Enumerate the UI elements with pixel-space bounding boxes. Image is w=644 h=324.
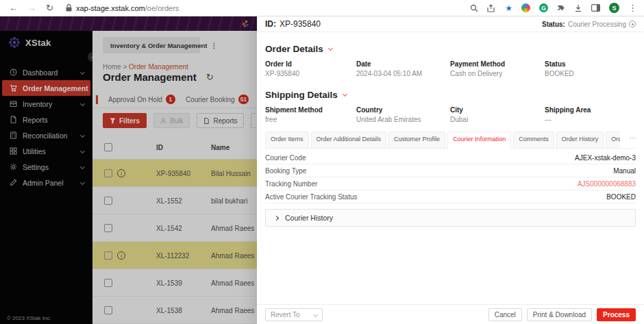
status-value: Courier Processing (568, 21, 626, 28)
field-value: --- (545, 116, 636, 123)
status-info-icon[interactable] (629, 21, 636, 27)
courier-info-row: Courier Code AJEX-xstak-demo-3 (265, 151, 636, 164)
courier-info-row: Active Courier Tracking Status BOOKED (265, 190, 636, 203)
drawer-tab-bar: Order Items Order Additional Details Cus… (265, 132, 636, 149)
tab-order-history[interactable]: Order History (556, 132, 604, 148)
order-details-section-title[interactable]: Order Details (265, 44, 332, 54)
field-label: Shipment Method (265, 106, 356, 114)
tab-courier-information[interactable]: Courier Information (447, 132, 511, 149)
cancel-button[interactable]: Cancel (488, 308, 522, 321)
order-detail-drawer: ID: XP-935840 Status: Courier Processing… (257, 16, 644, 324)
print-download-button[interactable]: Print & Download (527, 308, 592, 321)
field-value: BOOKED (545, 70, 636, 77)
process-button[interactable]: Process (597, 308, 636, 321)
field-value: Cash on Delivery (450, 70, 545, 77)
revert-to-select[interactable]: Revert To (265, 308, 323, 321)
side-panel-icon[interactable] (591, 4, 600, 12)
field-label: Status (545, 60, 636, 68)
more-tabs-icon[interactable]: ··· (629, 134, 636, 142)
kv-label: Booking Type (265, 167, 306, 175)
tab-order-additional-details[interactable]: Order Additional Details (311, 132, 387, 148)
browser-toolbar: ← → ↻ xap-stage.xstak.com/oe/orders ★ G (0, 0, 644, 16)
field-value: XP-935840 (265, 70, 356, 77)
tab-order-tags[interactable]: Order Tags (606, 132, 620, 148)
chevron-down-icon (343, 91, 347, 96)
kv-value: BOOKED (606, 193, 636, 201)
download-icon[interactable] (574, 4, 582, 12)
drawer-footer: Revert To Cancel Print & Download Proces… (257, 304, 644, 324)
field-value: Dubai (450, 116, 545, 123)
order-id-value: XP-935840 (280, 19, 321, 29)
reload-icon[interactable]: ↻ (46, 3, 53, 13)
shipping-details-section-title[interactable]: Shipping Details (265, 90, 347, 100)
url-path: /oe/orders (145, 4, 179, 12)
lock-icon (66, 4, 72, 12)
field-value: 2024-03-04 05:10 AM (356, 70, 450, 77)
chevron-down-icon (313, 312, 318, 316)
tab-customer-profile[interactable]: Customer Profile (388, 132, 445, 148)
share-icon[interactable] (487, 4, 496, 12)
profile-avatar[interactable]: S (609, 3, 619, 13)
drawer-backdrop[interactable] (0, 16, 257, 324)
grammarly-icon[interactable]: G (539, 3, 548, 12)
status-label: Status: (542, 21, 565, 28)
tab-order-items[interactable]: Order Items (265, 132, 309, 148)
kv-value: Manual (613, 167, 636, 175)
field-label: Shipping Area (545, 106, 636, 114)
kv-label: Courier Code (265, 154, 306, 162)
chevron-right-icon (274, 215, 279, 220)
address-bar[interactable]: xap-stage.xstak.com/oe/orders (66, 4, 179, 12)
chevron-down-icon (328, 45, 333, 50)
order-status: Status: Courier Processing (542, 21, 636, 28)
shipping-details-fields: Shipment Methodfree CountryUnited Arab E… (265, 106, 636, 123)
field-label: Order Id (265, 60, 356, 68)
field-label: Date (356, 60, 450, 68)
courier-info-row: Tracking Number AJS000000068883 (265, 177, 636, 190)
field-label: Country (356, 106, 450, 114)
courier-history-collapse[interactable]: Courier History (265, 209, 636, 227)
url-domain: xap-stage.xstak.com (76, 4, 145, 12)
courier-information-panel: Courier Code AJEX-xstak-demo-3 Booking T… (265, 151, 636, 203)
order-details-fields: Order IdXP-935840 Date2024-03-04 05:10 A… (265, 60, 636, 77)
tab-comments[interactable]: Comments (513, 132, 554, 148)
order-id-label: ID: (265, 19, 276, 29)
tracking-number-link[interactable]: AJS000000068883 (578, 180, 636, 188)
back-icon[interactable]: ← (9, 3, 18, 13)
field-value: free (265, 116, 356, 123)
browser-menu-icon[interactable]: ⋮ (628, 3, 637, 13)
field-value: United Arab Emirates (356, 116, 450, 123)
section-title-text: Shipping Details (265, 90, 338, 100)
extensions-puzzle-icon[interactable] (557, 4, 565, 12)
courier-info-row: Booking Type Manual (265, 164, 636, 177)
screen: ← → ↻ xap-stage.xstak.com/oe/orders ★ G (0, 0, 644, 324)
kv-value: AJEX-xstak-demo-3 (575, 154, 636, 162)
kv-label: Tracking Number (265, 180, 317, 188)
field-label: Payment Method (450, 60, 545, 68)
zoom-icon[interactable] (470, 4, 478, 12)
kv-label: Active Courier Tracking Status (265, 193, 358, 201)
field-label: City (450, 106, 545, 114)
courier-history-label: Courier History (285, 214, 333, 222)
drawer-header: ID: XP-935840 Status: Courier Processing (257, 16, 644, 32)
forward-icon[interactable]: → (27, 3, 36, 13)
bookmark-star-icon[interactable]: ★ (505, 3, 512, 13)
revert-to-label: Revert To (271, 311, 300, 319)
extension-colorful-icon[interactable] (521, 3, 530, 12)
section-title-text: Order Details (265, 44, 323, 54)
